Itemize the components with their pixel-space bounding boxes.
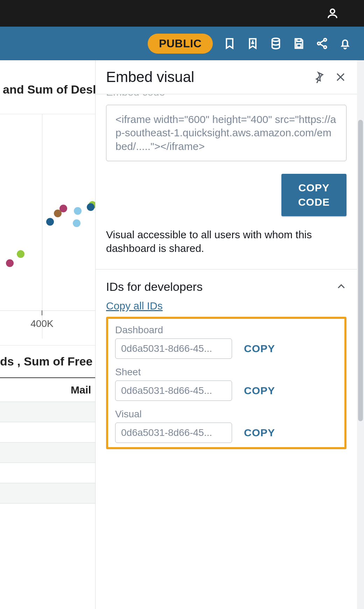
table-col-mail: Mail [66,384,95,396]
id-row-dashboard: Dashboard 0d6a5031-8d66-45... COPY [115,324,337,359]
table-row [0,483,95,504]
table-row [0,402,95,422]
copy-all-ids-link[interactable]: Copy all IDs [106,300,163,312]
copy-sheet-button[interactable]: COPY [244,385,275,397]
chart-area: and Sum of Desk 400K ds , Sum of Free Si… [0,60,95,609]
app-topbar [0,0,364,27]
id-value-visual[interactable]: 0d6a5031-8d66-45... [115,423,232,443]
scatter-point [46,218,54,226]
table-row [0,422,95,443]
scatter-point [54,210,62,217]
svg-point-1 [272,38,280,41]
share-icon[interactable] [316,37,328,50]
panel-title: Embed visual [106,69,194,85]
save-icon[interactable] [293,37,305,50]
svg-point-0 [330,9,335,13]
dashboard-toolbar: PUBLIC [0,27,364,60]
chevron-up-icon [336,281,346,292]
table-title: ds , Sum of Free Si [0,345,95,377]
ids-highlight-box: Dashboard 0d6a5031-8d66-45... COPY Sheet… [106,317,346,449]
chart-title: and Sum of Desk [0,60,95,96]
database-icon[interactable] [270,37,282,50]
id-label-dashboard: Dashboard [115,324,337,336]
scatter-point [87,203,94,211]
copy-code-button[interactable]: COPY CODE [281,174,346,216]
embed-code-box[interactable]: <iframe width="600" height="400" src="ht… [106,105,346,161]
scrollbar-thumb[interactable] [358,120,363,421]
embed-code-label: Embed code [106,94,346,101]
data-table: Mail [0,377,95,504]
bell-icon[interactable] [339,37,351,50]
bookmark-icon[interactable] [223,37,236,50]
vertical-scrollbar[interactable] [357,60,364,609]
scatter-point [73,219,80,227]
pin-icon[interactable] [313,71,325,83]
copy-visual-button[interactable]: COPY [244,427,275,439]
ids-section-header[interactable]: IDs for developers [106,269,346,300]
table-row [0,443,95,463]
id-row-sheet: Sheet 0d6a5031-8d66-45... COPY [115,367,337,401]
download-icon[interactable] [246,37,259,50]
id-value-dashboard[interactable]: 0d6a5031-8d66-45... [115,338,232,359]
panel-header: Embed visual [96,60,357,94]
copy-dashboard-button[interactable]: COPY [244,343,275,355]
axis-tick-mark [42,310,42,315]
ids-section-title: IDs for developers [106,280,203,294]
scatter-point [17,250,24,258]
table-header-row: Mail [0,378,95,402]
scatter-plot: 400K [0,114,95,338]
public-badge: PUBLIC [148,34,213,54]
scatter-point [6,259,14,267]
table-row [0,463,95,483]
scatter-point [74,207,82,215]
id-label-visual: Visual [115,409,337,420]
id-label-sheet: Sheet [115,367,337,378]
panel-body: Embed code <iframe width="600" height="4… [96,94,357,609]
close-icon[interactable] [335,71,346,83]
workspace: and Sum of Desk 400K ds , Sum of Free Si… [0,60,364,609]
svg-rect-2 [297,44,301,47]
user-icon[interactable] [326,7,339,20]
axis-tick-label: 400K [30,318,53,329]
id-value-sheet[interactable]: 0d6a5031-8d66-45... [115,381,232,401]
id-row-visual: Visual 0d6a5031-8d66-45... COPY [115,409,337,443]
sharing-note: Visual accessible to all users with whom… [106,228,346,255]
chart-gridlines [0,114,95,338]
embed-visual-panel: Embed visual Embed code <iframe width="6… [95,60,357,609]
